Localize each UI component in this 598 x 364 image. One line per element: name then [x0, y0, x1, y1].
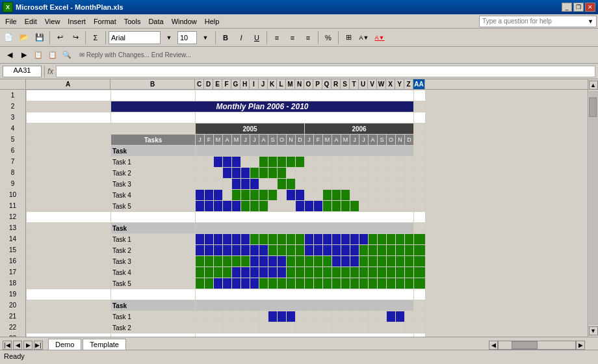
l22[interactable]	[278, 322, 287, 333]
e10[interactable]	[214, 190, 223, 201]
f21[interactable]	[223, 311, 232, 322]
s15[interactable]	[341, 245, 350, 256]
cell-b3[interactable]	[111, 112, 196, 124]
u10[interactable]	[359, 190, 369, 201]
r10[interactable]	[332, 190, 341, 201]
menu-edit[interactable]: Edit	[21, 16, 41, 27]
j7[interactable]	[259, 157, 268, 168]
o15[interactable]	[305, 245, 314, 256]
z9[interactable]	[405, 179, 414, 190]
v9[interactable]	[369, 179, 378, 190]
i14[interactable]	[250, 234, 259, 245]
z18[interactable]	[405, 278, 414, 289]
y9[interactable]	[396, 179, 405, 190]
undo-button[interactable]: ↩	[53, 31, 67, 45]
cell-a3[interactable]	[27, 112, 111, 124]
k17[interactable]	[268, 267, 278, 278]
y21[interactable]	[396, 311, 405, 322]
s18[interactable]	[341, 278, 350, 289]
h15[interactable]	[241, 245, 250, 256]
col-O-header[interactable]: O	[304, 79, 313, 89]
aa10[interactable]	[414, 190, 426, 201]
v14[interactable]	[369, 234, 378, 245]
vertical-scrollbar[interactable]: ▲ ▼	[588, 79, 598, 337]
tab-next-button[interactable]: ▶	[23, 341, 32, 350]
row-8[interactable]: 8	[0, 167, 25, 178]
formula-input[interactable]	[56, 66, 595, 77]
j22[interactable]	[259, 322, 268, 333]
help-dropdown-icon[interactable]: ▼	[588, 18, 593, 25]
h7[interactable]	[241, 157, 250, 168]
p16[interactable]	[314, 256, 323, 267]
w11[interactable]	[378, 201, 387, 212]
e9[interactable]	[214, 179, 223, 190]
cell-a6[interactable]	[27, 146, 111, 157]
h21[interactable]	[241, 311, 250, 322]
t9[interactable]	[350, 179, 359, 190]
cell-a18[interactable]	[27, 278, 111, 289]
cell-aa3[interactable]	[414, 112, 426, 124]
aa17[interactable]	[414, 267, 426, 278]
p8[interactable]	[314, 168, 323, 179]
u18[interactable]	[359, 278, 369, 289]
d16[interactable]	[205, 256, 214, 267]
y7[interactable]	[396, 157, 405, 168]
menu-view[interactable]: View	[41, 16, 64, 27]
g7[interactable]	[232, 157, 241, 168]
k16[interactable]	[268, 256, 278, 267]
p21[interactable]	[314, 311, 323, 322]
row-11[interactable]: 11	[0, 200, 25, 211]
cell-title[interactable]: Monthly Plan 2006 - 2010	[111, 101, 414, 112]
cell-b1[interactable]	[111, 90, 196, 101]
j14[interactable]	[259, 234, 268, 245]
r22[interactable]	[332, 322, 341, 333]
redo-button[interactable]: ↪	[68, 31, 83, 45]
n15[interactable]	[296, 245, 305, 256]
aa14[interactable]	[414, 234, 426, 245]
w22[interactable]	[378, 322, 387, 333]
y8[interactable]	[396, 168, 405, 179]
j17[interactable]	[259, 267, 268, 278]
h18[interactable]	[241, 278, 250, 289]
p22[interactable]	[314, 322, 323, 333]
y16[interactable]	[396, 256, 405, 267]
row-15[interactable]: 15	[0, 244, 25, 255]
cell-a1[interactable]	[27, 90, 111, 101]
cell-a14[interactable]	[27, 234, 111, 245]
aa9[interactable]	[414, 179, 426, 190]
align-left-button[interactable]: ≡	[270, 31, 284, 45]
p7[interactable]	[314, 157, 323, 168]
aa20[interactable]	[414, 300, 426, 311]
v15[interactable]	[369, 245, 378, 256]
k18[interactable]	[268, 278, 278, 289]
scroll-down-button[interactable]: ▼	[589, 326, 598, 335]
d7[interactable]	[205, 157, 214, 168]
restore-button[interactable]: ❐	[573, 3, 584, 12]
n11[interactable]	[296, 201, 305, 212]
q7[interactable]	[323, 157, 332, 168]
row-9[interactable]: 9	[0, 178, 25, 189]
o21[interactable]	[305, 311, 314, 322]
d15[interactable]	[205, 245, 214, 256]
l9[interactable]	[278, 179, 287, 190]
o9[interactable]	[305, 179, 314, 190]
col-R-header[interactable]: R	[332, 79, 341, 89]
col-B-header[interactable]: B	[110, 79, 195, 89]
tb-icon2[interactable]: 📋	[46, 48, 60, 62]
cell-c1-span[interactable]	[196, 90, 414, 101]
l16[interactable]	[278, 256, 287, 267]
e17[interactable]	[214, 267, 223, 278]
i15[interactable]	[250, 245, 259, 256]
w15[interactable]	[378, 245, 387, 256]
align-right-button[interactable]: ≡	[301, 31, 315, 45]
row-18[interactable]: 18	[0, 278, 25, 289]
hscroll-track[interactable]	[498, 341, 576, 350]
cell-a4[interactable]	[27, 124, 111, 135]
l10[interactable]	[278, 190, 287, 201]
v11[interactable]	[369, 201, 378, 212]
menu-file[interactable]: File	[1, 16, 21, 27]
open-button[interactable]: 📂	[17, 31, 31, 45]
tab-first-button[interactable]: |◀	[3, 341, 12, 350]
c18[interactable]	[196, 278, 205, 289]
cell-a12[interactable]	[27, 212, 111, 223]
